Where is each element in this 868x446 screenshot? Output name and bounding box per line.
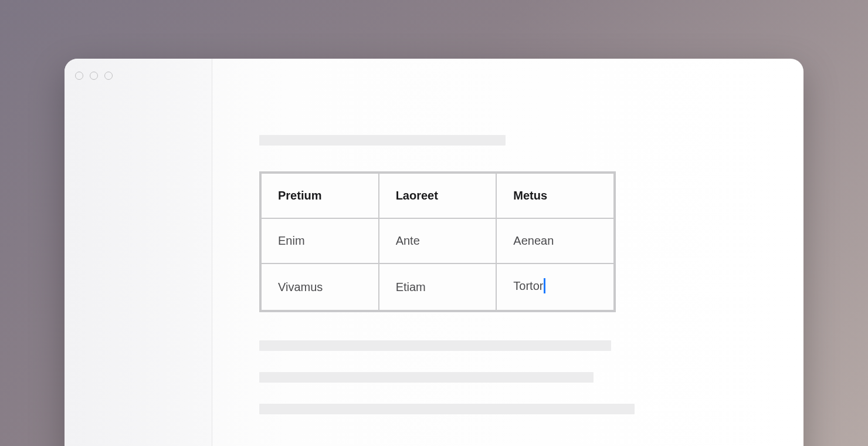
window-zoom-button[interactable] [104,72,113,80]
document-editor[interactable]: Pretium Laoreet Metus Enim Ante Aenean V… [212,59,803,446]
table-cell-text: Enim [278,234,305,247]
app-window: Pretium Laoreet Metus Enim Ante Aenean V… [65,59,803,446]
table-header-row: Pretium Laoreet Metus [261,173,614,218]
table-row: Enim Ante Aenean [261,218,614,263]
table-cell[interactable]: Tortor [496,263,614,310]
text-cursor [544,278,545,293]
window-minimize-button[interactable] [90,72,98,80]
table-header-cell[interactable]: Pretium [261,173,379,218]
window-controls [75,72,201,80]
table-cell-text: Ante [396,234,420,247]
table-header-label: Pretium [278,189,321,202]
text-placeholder-line [259,372,594,383]
text-placeholder-line [259,135,506,146]
table-cell-text: Aenean [513,234,554,247]
table-cell[interactable]: Ante [379,218,497,263]
table-header-cell[interactable]: Metus [496,173,614,218]
table-header-cell[interactable]: Laoreet [379,173,497,218]
data-table[interactable]: Pretium Laoreet Metus Enim Ante Aenean V… [259,171,616,312]
table-row: Vivamus Etiam Tortor [261,263,614,310]
sidebar [65,59,212,446]
table-cell[interactable]: Vivamus [261,263,379,310]
text-placeholder-line [259,404,635,414]
table-header-label: Laoreet [396,189,438,202]
table-cell-text: Etiam [396,281,426,293]
table-cell[interactable]: Enim [261,218,379,263]
table-cell[interactable]: Etiam [379,263,497,310]
table-header-label: Metus [513,189,547,202]
text-placeholder-line [259,340,611,351]
table-cell[interactable]: Aenean [496,218,614,263]
table-cell-text: Tortor [513,279,543,292]
table-cell-text: Vivamus [278,281,323,293]
window-close-button[interactable] [75,72,83,80]
